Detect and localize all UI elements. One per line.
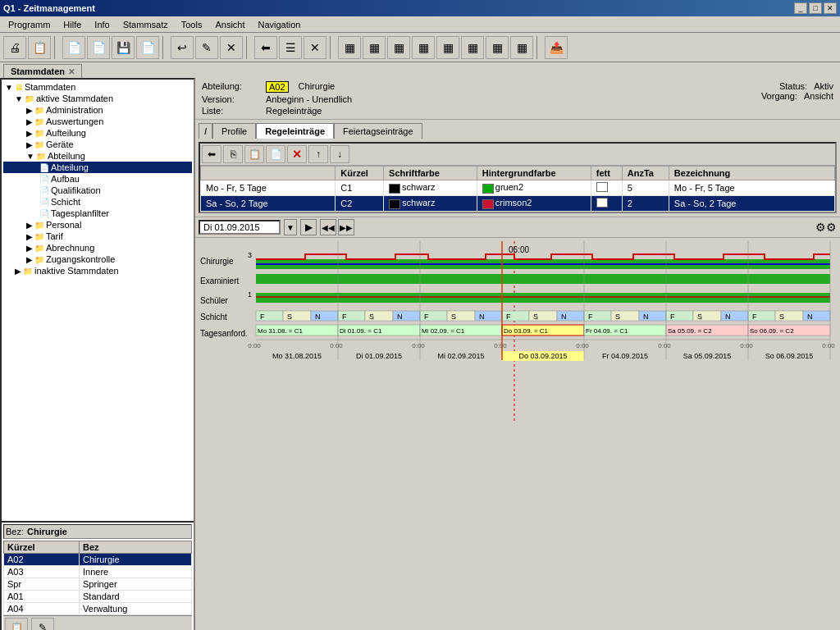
tab-feiertagseintraege[interactable]: Feiertagseinträge [334,123,422,139]
tb-new-button[interactable]: 🖨 [3,36,26,59]
menu-hilfe[interactable]: Hilfe [57,18,88,31]
tree-personal[interactable]: ▶ 📁 Personal [3,219,192,231]
tb-view7-button[interactable]: ▦ [486,36,509,59]
svg-text:S: S [533,313,538,321]
kurzel-table-row[interactable]: A02Chirurgie [4,554,192,566]
kurzel-table-row[interactable]: SprSpringer [4,578,192,591]
play-button[interactable]: ▶ [300,219,317,235]
svg-text:Mi 02.09.2015: Mi 02.09.2015 [437,352,484,360]
tree-schicht[interactable]: 📄 Schicht [3,196,192,208]
col-header-0 [201,167,336,180]
tree-root[interactable]: ▼ 🖥 Stammdaten [3,81,192,93]
tb-nav2-button[interactable]: ☰ [279,36,302,59]
tb-view4-button[interactable]: ▦ [412,36,435,59]
menu-navigation[interactable]: Navigation [252,18,308,31]
tb-view6-button[interactable]: ▦ [461,36,484,59]
anzta-cell: 5 [622,180,669,196]
timeline-settings-icon[interactable]: ⚙⚙ [815,221,837,234]
stammdaten-tab[interactable]: Stammdaten ✕ [3,64,82,78]
tb-doc3-button[interactable]: 📄 [136,36,159,59]
tb-view5-button[interactable]: ▦ [436,36,459,59]
tree-schicht-label: Schicht [51,197,80,207]
tree-abteilung-leaf[interactable]: 📄 Abteilung [3,162,192,173]
tb-nav1-button[interactable]: ⬅ [254,36,277,59]
tab-i[interactable]: I [199,123,212,139]
inner-paste-button[interactable]: 📋 [244,145,264,163]
tab-profile[interactable]: Profile [212,123,256,139]
date-input[interactable] [199,220,281,235]
svg-text:N: N [643,313,649,321]
tb-delete-button[interactable]: ✕ [220,36,243,59]
data-table: Kürzel Schriftfarbe Hintergrundfarbe fet… [200,166,835,212]
menu-programm[interactable]: Programm [2,18,57,31]
minimize-button[interactable]: _ [794,2,807,14]
tree-pers-folder-icon: 📁 [34,221,44,230]
tree-abt-folder-icon: 📁 [36,152,46,161]
svg-text:Schüler: Schüler [200,296,229,305]
step-fwd-button[interactable]: ▶▶ [338,219,354,235]
tree-aufteilung[interactable]: ▶ 📁 Aufteilung [3,127,192,139]
tb-view3-button[interactable]: ▦ [387,36,410,59]
svg-text:0:00: 0:00 [576,342,589,349]
inner-nav-left-button[interactable]: ⬅ [202,145,221,163]
tree-inakt-folder-icon: 📁 [23,267,33,276]
anzta-cell: 2 [622,196,669,212]
kurzel-table-row[interactable]: A04Verwaltung [4,603,192,615]
tb-view2-button[interactable]: ▦ [363,36,386,59]
tb-view8-button[interactable]: ▦ [510,36,533,59]
tree-tarif[interactable]: ▶ 📁 Tarif [3,231,192,242]
inner-copy-button[interactable]: ⎘ [223,145,243,163]
tree-zuga-expand-icon: ▶ [26,255,33,264]
tree-aktive[interactable]: ▼ 📁 aktive Stammdaten [3,93,192,104]
kurzel-table-row[interactable]: A01Standard [4,591,192,603]
left-new-button[interactable]: 📋 [5,618,28,630]
tree-zugangskontrolle[interactable]: ▶ 📁 Zugangskontrolle [3,253,192,265]
inner-delete-button[interactable]: ✕ [287,145,307,163]
tree-qualifikation[interactable]: 📄 Qualifikation [3,185,192,196]
inner-doc-button[interactable]: 📄 [266,145,285,163]
chart-svg: 06:00 Chirurgie 3 Examiniert [199,241,837,630]
date-dropdown-button[interactable]: ▼ [284,219,297,235]
tb-undo-button[interactable]: ↩ [171,36,194,59]
tb-save-button[interactable]: 💾 [112,36,135,59]
maximize-button[interactable]: □ [809,2,822,14]
data-table-row[interactable]: Sa - So, 2 Tage C2 schwarz crimson2 2 Sa… [201,196,835,212]
menu-info[interactable]: Info [88,18,116,31]
tree-abteilung-folder[interactable]: ▼ 📁 Abteilung [3,150,192,162]
bez-cell: Springer [80,578,192,591]
tab-regeleintraege[interactable]: Regeleinträge [256,123,334,139]
close-tab-icon[interactable]: ✕ [68,67,75,76]
menu-stammsatz[interactable]: Stammsatz [116,18,175,31]
status-label: Status: [750,81,807,91]
tb-edit1-button[interactable]: ✎ [195,36,218,59]
tb-nav3-button[interactable]: ✕ [304,36,326,59]
kurzel-cell: C1 [336,180,384,196]
tab-area: Stammdaten ✕ [0,62,840,78]
data-table-row[interactable]: Mo - Fr, 5 Tage C1 schwarz gruen2 5 Mo -… [201,180,835,196]
close-button[interactable]: ✕ [824,2,837,14]
bez-col-header: Bez [80,541,192,554]
tb-open-button[interactable]: 📋 [28,36,51,59]
tree-inaktive[interactable]: ▶ 📁 inaktive Stammdaten [3,265,192,276]
tree-geraete[interactable]: ▶ 📁 Geräte [3,139,192,150]
svg-text:F: F [260,313,265,321]
tree-tagesplanfilter[interactable]: 📄 Tagesplanfilter [3,208,192,219]
kurzel-table-row[interactable]: A03Innere [4,566,192,578]
left-edit-button[interactable]: ✎ [31,618,54,630]
tree-auswertungen[interactable]: ▶ 📁 Auswertungen [3,116,192,127]
tb-doc2-button[interactable]: 📄 [87,36,110,59]
menu-tools[interactable]: Tools [175,18,209,31]
kurzel-cell: A04 [4,603,80,615]
tb-view1-button[interactable]: ▦ [338,36,361,59]
tree-abrechnung[interactable]: ▶ 📁 Abrechnung [3,242,192,253]
tb-export-button[interactable]: 📤 [545,36,568,59]
tb-doc1-button[interactable]: 📄 [62,36,85,59]
tree-aufbau[interactable]: 📄 Aufbau [3,173,192,185]
tree-administration[interactable]: ▶ 📁 Administration [3,104,192,116]
inner-up-button[interactable]: ↑ [308,145,328,163]
inner-down-button[interactable]: ↓ [330,145,349,163]
tree-tarif-label: Tarif [46,231,63,241]
menu-ansicht[interactable]: Ansicht [208,18,251,31]
step-back-button[interactable]: ◀◀ [320,219,336,235]
title-bar: Q1 - Zeitmanagement _ □ ✕ [0,0,840,16]
